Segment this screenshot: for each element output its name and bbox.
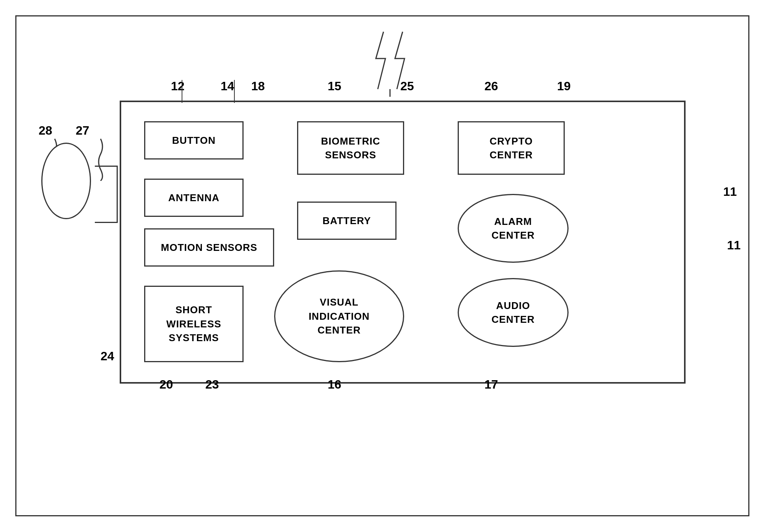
device-rectangle: BUTTON ANTENNA MOTION SENSORS SHORT WIRE…	[120, 101, 686, 384]
ref-label-14-inner: 14	[221, 79, 234, 93]
ref-label-26-inner: 26	[484, 79, 498, 93]
short-wireless-box: SHORT WIRELESS SYSTEMS	[144, 286, 244, 362]
alarm-center-ellipse: ALARM CENTER	[458, 194, 569, 263]
lightning-icon	[361, 28, 437, 97]
ref-label-18-inner: 17	[484, 377, 498, 392]
outer-border: 11 28 27 24 BUTTON ANTENNA MOTION SENSOR…	[15, 15, 749, 516]
ref-label-12-inner: 12	[171, 79, 185, 93]
ref-label-23: 24	[101, 349, 114, 363]
ref-label-28: 28	[39, 124, 52, 138]
ref-label-15-inner: 15	[328, 79, 341, 93]
side-lens	[41, 143, 91, 219]
audio-center-ellipse: AUDIO CENTER	[458, 278, 569, 347]
motion-sensors-box: MOTION SENSORS	[144, 228, 274, 267]
ref-label-16-inner: 16	[328, 377, 341, 392]
ref-label-20-inner: 23	[205, 377, 219, 392]
ref-label-11: 11	[723, 185, 737, 199]
antenna-box: ANTENNA	[144, 179, 244, 217]
crypto-center-box: CRYPTO CENTER	[458, 121, 565, 175]
visual-indication-ellipse: VISUAL INDICATION CENTER	[274, 270, 404, 362]
battery-box: BATTERY	[297, 202, 396, 240]
button-box: BUTTON	[144, 121, 244, 159]
biometric-sensors-box: BIOMETRIC SENSORS	[297, 121, 404, 175]
side-bracket	[95, 166, 118, 223]
ref-label-17-inner: 18	[251, 79, 265, 93]
ref-label-11-outer: 11	[727, 238, 741, 252]
ref-label-24-inner: 25	[400, 79, 414, 93]
ref-label-27: 27	[76, 124, 89, 138]
ref-label-19-inner: 20	[159, 377, 173, 392]
ref-label-25-inner: 19	[557, 79, 571, 93]
